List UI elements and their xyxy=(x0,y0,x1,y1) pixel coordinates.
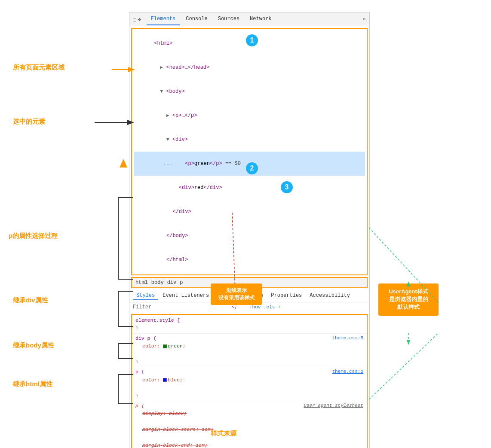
css-rule-element-style: element.style { } xyxy=(132,316,367,334)
html-line-7: <div>red</div> xyxy=(134,176,365,200)
box-useragent: UserAgent样式 是浏览器内置的 默认样式 xyxy=(378,283,439,316)
html-line-8: </div> xyxy=(134,200,365,224)
tab-more[interactable]: » xyxy=(362,16,366,22)
circle-1: 1 xyxy=(246,34,258,46)
html-line-5: ▼ <div> xyxy=(134,128,365,152)
annotation-inherit-html: 继承html属性 xyxy=(13,380,52,388)
styles-section: element.style { } theme.css:5 div p { co… xyxy=(131,314,368,448)
breadcrumb-div[interactable]: div xyxy=(167,280,177,286)
breadcrumb-p[interactable]: p xyxy=(180,280,183,286)
source-ua1: user agent stylesheet xyxy=(304,402,363,410)
tooltip-strikethrough: 划线表示 没有采用该样式 xyxy=(211,283,262,305)
tab-sources[interactable]: Sources xyxy=(214,13,244,25)
html-line-2: ▶ <head>…</head> xyxy=(134,55,365,79)
css-rule-p-blue: theme.css:2 p { color: blue; } xyxy=(132,367,367,401)
breadcrumb-body[interactable]: body xyxy=(151,280,164,286)
svg-line-18 xyxy=(369,333,439,399)
devtools-tabs: ▢ ✥ Elements Console Sources Network » xyxy=(129,12,369,26)
annotation-selected: 选中的元素 xyxy=(13,118,45,126)
annotation-all-elements: 所有页面元素区域 xyxy=(13,64,64,72)
filter-actions[interactable]: :hov .cls + xyxy=(249,305,366,310)
cursor-icon: ▢ xyxy=(133,16,136,23)
annotation-p-process: p的属性选择过程 xyxy=(9,232,58,240)
html-line-4: ▶ <p>…</p> xyxy=(134,104,365,128)
source-theme5[interactable]: theme.css:5 xyxy=(332,335,363,342)
circle-3: 3 xyxy=(281,181,293,193)
html-line-10: </html> xyxy=(134,248,365,272)
inspect-icon: ✥ xyxy=(138,16,141,23)
elements-section: <html> ▶ <head>…</head> ▼ <body> ▶ <p>…<… xyxy=(131,28,368,275)
tab-elements[interactable]: Elements xyxy=(147,13,180,25)
tab-console[interactable]: Console xyxy=(181,13,212,25)
styles-tab-styles[interactable]: Styles xyxy=(133,292,158,300)
css-rule-p-ua: user agent stylesheet p { display: block… xyxy=(132,401,367,448)
styles-tab-props[interactable]: Properties xyxy=(267,292,305,300)
svg-marker-21 xyxy=(120,159,127,168)
styles-tab-access[interactable]: Accessibility xyxy=(306,292,353,300)
annotation-style-source: 样式来源 xyxy=(211,430,236,438)
source-theme2[interactable]: theme.css:2 xyxy=(332,368,363,376)
devtools-panel: ▢ ✥ Elements Console Sources Network » <… xyxy=(129,12,370,448)
circle-2: 2 xyxy=(246,162,258,174)
tab-network[interactable]: Network xyxy=(246,13,276,25)
annotation-inherit-div: 继承div属性 xyxy=(13,296,48,305)
annotation-inherit-body: 继承body属性 xyxy=(13,341,54,350)
html-line-9: </body> xyxy=(134,224,365,248)
tab-icons: ▢ ✥ xyxy=(133,16,141,23)
styles-tab-event[interactable]: Event Listeners xyxy=(159,292,212,300)
html-line-3: ▼ <body> xyxy=(134,79,365,104)
breadcrumb-html[interactable]: html xyxy=(135,280,148,286)
filter-label: Filter xyxy=(133,304,249,310)
css-rule-div-p: theme.css:5 div p { color: green; } xyxy=(132,334,367,368)
